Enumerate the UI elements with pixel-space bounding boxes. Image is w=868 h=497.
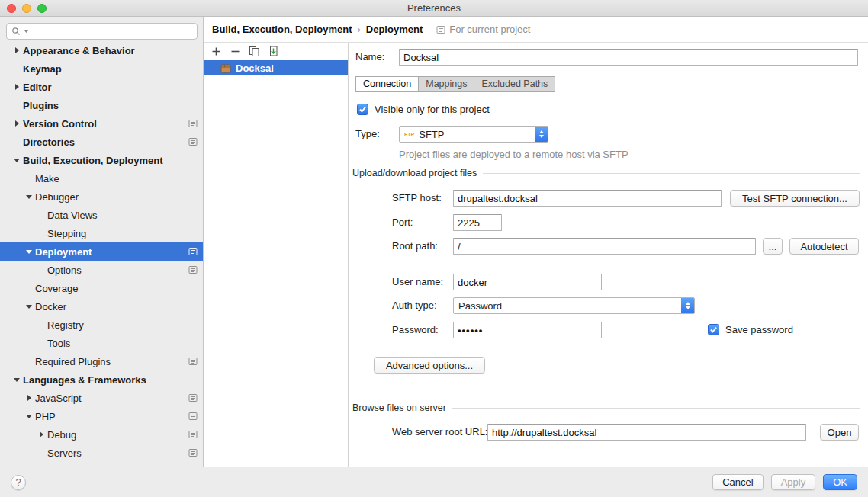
chevron-right-icon[interactable] [23, 395, 35, 401]
servers-toolbar [204, 43, 348, 60]
sidebar-item-php-debug[interactable]: Debug [0, 425, 203, 444]
project-settings-icon [188, 412, 198, 421]
breadcrumb-current: Deployment [366, 24, 423, 35]
copy-server-button[interactable] [246, 44, 262, 59]
tab-mappings[interactable]: Mappings [418, 76, 474, 92]
save-password-label: Save password [725, 324, 793, 335]
sftp-host-label: SFTP host: [392, 190, 442, 207]
chevron-down-icon[interactable] [23, 195, 35, 199]
sidebar-item-docker[interactable]: Docker [0, 297, 203, 316]
sidebar-item-plugins[interactable]: Plugins [0, 96, 203, 114]
project-settings-icon [188, 357, 198, 366]
advanced-options-button[interactable]: Advanced options... [374, 357, 485, 374]
breadcrumb-parent[interactable]: Build, Execution, Deployment [212, 24, 352, 35]
project-settings-icon [188, 448, 198, 457]
project-settings-icon [188, 265, 198, 274]
chevron-right-icon[interactable] [11, 120, 23, 127]
chevron-right-icon[interactable] [11, 84, 23, 90]
close-window-button[interactable] [7, 4, 16, 13]
password-input[interactable] [453, 322, 602, 338]
upload-section-title: Upload/download project files [352, 168, 477, 178]
root-path-input[interactable] [453, 238, 756, 255]
browse-section-header: Browse files on server [352, 402, 860, 413]
server-name: Docksal [236, 63, 274, 74]
titlebar: Preferences [0, 0, 868, 17]
search-options-chevron-icon [24, 30, 29, 34]
sidebar-item-version-control[interactable]: Version Control [0, 114, 203, 133]
type-select[interactable]: FTP SFTP [399, 126, 548, 143]
sidebar-item-required-plugins[interactable]: Required Plugins [0, 352, 203, 370]
traffic-lights [7, 4, 47, 13]
sidebar-item-tools[interactable]: Tools [0, 334, 203, 352]
preferences-window: Preferences Appearance & Behavior Keymap… [0, 0, 868, 497]
auth-type-selected-value: Password [458, 300, 502, 312]
sidebar-item-keymap[interactable]: Keymap [0, 59, 203, 78]
chevron-down-icon[interactable] [11, 159, 23, 162]
sidebar-item-registry[interactable]: Registry [0, 316, 203, 334]
dropdown-stepper-icon [535, 127, 548, 142]
visible-project-label: Visible only for this project [375, 104, 490, 115]
open-button[interactable]: Open [820, 424, 859, 441]
chevron-right-icon[interactable] [11, 47, 23, 53]
port-label: Port: [392, 214, 413, 231]
browse-root-path-button[interactable]: ... [763, 238, 783, 255]
chevron-down-icon[interactable] [23, 415, 35, 418]
test-sftp-connection-button[interactable]: Test SFTP connection... [730, 190, 860, 207]
chevron-right-icon[interactable] [35, 431, 47, 438]
sidebar-item-options[interactable]: Options [0, 261, 203, 279]
visible-project-checkbox[interactable] [357, 104, 368, 115]
sidebar-item-appearance-behavior[interactable]: Appearance & Behavior [0, 41, 203, 59]
settings-tabs: Connection Mappings Excluded Paths [355, 76, 555, 92]
browse-section-title: Browse files on server [352, 402, 446, 413]
server-list-item[interactable]: Docksal [204, 60, 348, 75]
for-current-project-icon [436, 25, 445, 34]
sidebar-item-php-servers[interactable]: Servers [0, 444, 203, 462]
port-input[interactable] [453, 214, 502, 231]
deployment-settings-panel: Name: Connection Mappings Excluded Paths… [349, 43, 868, 467]
sidebar-item-languages-frameworks[interactable]: Languages & Frameworks [0, 370, 203, 389]
tab-excluded-paths[interactable]: Excluded Paths [474, 76, 555, 92]
sidebar-item-data-views[interactable]: Data Views [0, 206, 203, 224]
scope-indicator: For current project [436, 24, 530, 35]
sidebar-item-php[interactable]: PHP [0, 407, 203, 425]
sidebar-item-directories[interactable]: Directories [0, 133, 203, 151]
import-server-button[interactable] [265, 44, 281, 59]
sftp-host-input[interactable] [453, 190, 722, 207]
auth-type-select[interactable]: Password [453, 297, 695, 314]
project-settings-icon [188, 393, 198, 402]
web-root-label: Web server root URL: [392, 424, 487, 441]
zoom-window-button[interactable] [37, 4, 47, 13]
sidebar-item-deployment[interactable]: Deployment [0, 242, 203, 261]
ok-button[interactable]: OK [823, 474, 857, 490]
sidebar-item-coverage[interactable]: Coverage [0, 279, 203, 297]
help-button[interactable]: ? [11, 475, 26, 490]
chevron-down-icon[interactable] [23, 250, 35, 254]
type-help-text: Project files are deployed to a remote h… [399, 149, 628, 160]
name-input[interactable] [399, 49, 858, 66]
server-list: Docksal [204, 60, 348, 75]
sidebar-item-stepping[interactable]: Stepping [0, 224, 203, 242]
apply-button[interactable]: Apply [771, 474, 816, 490]
web-root-input[interactable] [487, 424, 806, 441]
chevron-down-icon[interactable] [11, 378, 23, 382]
user-name-input[interactable] [453, 274, 602, 290]
save-password-row: Save password [708, 324, 793, 335]
cancel-button[interactable]: Cancel [712, 474, 763, 490]
settings-search[interactable] [6, 23, 198, 40]
sidebar-item-javascript[interactable]: JavaScript [0, 389, 203, 407]
tab-connection[interactable]: Connection [355, 76, 419, 92]
sidebar-item-editor[interactable]: Editor [0, 78, 203, 96]
remove-server-button[interactable] [227, 44, 243, 59]
password-label: Password: [392, 322, 439, 338]
minimize-window-button[interactable] [22, 4, 31, 13]
add-server-button[interactable] [208, 44, 224, 59]
sidebar-item-make[interactable]: Make [0, 169, 203, 188]
name-label: Name: [355, 49, 384, 66]
check-icon [709, 325, 718, 334]
search-input[interactable] [31, 24, 192, 38]
chevron-down-icon[interactable] [23, 305, 35, 309]
autodetect-button[interactable]: Autodetect [789, 238, 859, 255]
save-password-checkbox[interactable] [708, 324, 719, 335]
sidebar-item-debugger[interactable]: Debugger [0, 188, 203, 206]
sidebar-item-build-execution-deployment[interactable]: Build, Execution, Deployment [0, 151, 203, 169]
